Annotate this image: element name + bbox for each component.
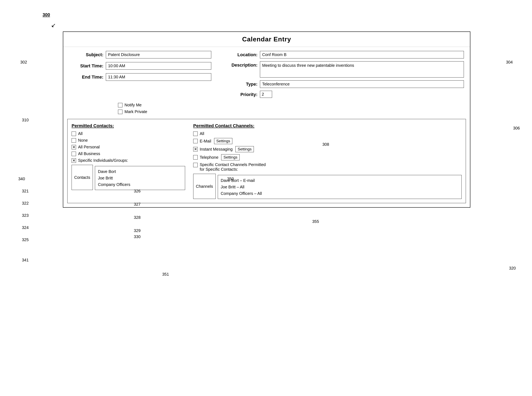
ref-325: 325 — [22, 238, 28, 242]
page-container: 300 ↙ Calendar Entry Subject: Start Time… — [0, 0, 532, 396]
dialog-title: Calendar Entry — [63, 32, 470, 47]
type-row: Type: — [219, 80, 464, 88]
location-label: Location: — [219, 51, 260, 58]
contacts-none-row: None — [72, 138, 185, 143]
channels-im-settings-button[interactable]: Settings — [235, 146, 254, 152]
priority-row: Priority: — [219, 91, 464, 98]
permitted-contacts: Permitted Contacts: All None ✕ All Perso… — [72, 123, 185, 199]
permitted-channels-title: Permitted Contact Channels: — [193, 123, 462, 128]
channels-all-row: All — [193, 131, 462, 136]
channels-im-checkbox[interactable]: ✕ — [193, 147, 198, 151]
contacts-specific-checkbox[interactable]: ✕ — [72, 158, 76, 163]
channels-email-checkbox[interactable] — [193, 139, 198, 143]
location-input[interactable] — [260, 51, 464, 58]
channels-im-row: ✕ Instant Messaging Settings — [193, 146, 462, 152]
notify-me-checkbox[interactable] — [118, 103, 122, 107]
ref-302: 302 — [20, 60, 27, 64]
ref-321: 321 — [22, 189, 28, 193]
contacts-button[interactable]: Contacts — [72, 165, 93, 190]
ref-323: 323 — [22, 213, 28, 218]
priority-input[interactable] — [260, 91, 272, 98]
ref-308: 308 — [322, 142, 329, 147]
contacts-none-checkbox[interactable] — [72, 138, 76, 143]
ref-328: 328 — [134, 215, 141, 220]
ref-355: 355 — [312, 219, 319, 224]
form-left: Subject: Start Time: End Time: — [69, 51, 211, 101]
contacts-specific-row: ✕ Specific Individuals/Groups: — [72, 158, 185, 163]
start-time-input[interactable] — [106, 62, 211, 70]
notify-me-row[interactable]: Notify Me — [118, 103, 147, 107]
channels-specific-checkbox[interactable] — [193, 163, 198, 167]
form-section: Subject: Start Time: End Time: Location: — [63, 47, 470, 103]
subject-row: Subject: — [69, 51, 211, 58]
description-input[interactable]: Meeting to discuss three new patentable … — [260, 61, 464, 77]
ref-330: 330 — [134, 234, 141, 239]
contacts-all-personal-checkbox[interactable]: ✕ — [72, 145, 76, 149]
ref-310: 310 — [22, 118, 28, 122]
notify-me-label: Notify Me — [125, 103, 141, 107]
end-time-label: End Time: — [69, 75, 106, 80]
contacts-none-label: None — [78, 138, 88, 143]
channels-specific-label: Specific Contact Channels Permittedfor S… — [200, 162, 266, 172]
mark-private-label: Mark Private — [125, 109, 147, 114]
contacts-all-business-label: All Business — [78, 151, 100, 156]
ref-322: 322 — [22, 201, 28, 206]
mark-private-row[interactable]: Mark Private — [118, 109, 147, 114]
channels-email-settings-button[interactable]: Settings — [214, 138, 232, 144]
ref-326: 326 — [134, 189, 141, 193]
channels-im-label: Instant Messaging — [200, 147, 232, 152]
mark-private-checkbox[interactable] — [118, 110, 122, 114]
description-label: Description: — [219, 61, 260, 68]
channels-all-label: All — [200, 131, 204, 136]
subject-input[interactable] — [106, 51, 211, 58]
ref-329: 329 — [134, 228, 141, 233]
ref-324: 324 — [22, 225, 28, 230]
ref-320: 320 — [509, 266, 516, 271]
channels-email-label: E-Mail — [200, 139, 211, 144]
type-input[interactable] — [260, 80, 464, 88]
contacts-all-business-row: All Business — [72, 151, 185, 156]
channels-telephone-checkbox[interactable] — [193, 155, 198, 160]
description-row: Description: Meeting to discuss three ne… — [219, 61, 464, 77]
channels-telephone-settings-button[interactable]: Settings — [221, 154, 240, 160]
channels-button[interactable]: Channels — [193, 174, 216, 199]
permitted-contacts-title: Permitted Contacts: — [72, 123, 185, 128]
contacts-all-business-checkbox[interactable] — [72, 152, 76, 156]
ref-351: 351 — [162, 272, 169, 277]
ref-341: 341 — [22, 258, 28, 262]
start-time-label: Start Time: — [69, 63, 106, 69]
contacts-all-row: All — [72, 131, 185, 136]
ref-327: 327 — [134, 202, 141, 207]
figure-ref-300: 300 — [43, 12, 50, 17]
priority-label: Priority: — [219, 91, 260, 97]
end-time-input[interactable] — [106, 73, 211, 81]
channels-list: Dave Bort – E-mail Joe Britt – All Compa… — [218, 175, 462, 199]
contacts-all-personal-label: All Personal — [78, 145, 100, 149]
channels-telephone-row: Telephone Settings — [193, 154, 462, 160]
location-row: Location: — [219, 51, 464, 58]
contacts-specific-label: Specific Individuals/Groups: — [78, 158, 128, 163]
permitted-section: Permitted Contacts: All None ✕ All Perso… — [67, 119, 466, 203]
subject-label: Subject: — [69, 52, 106, 58]
arrow-300-icon: ↙ — [51, 22, 56, 29]
contacts-list: Dave Bort Joe Britt Company Officers — [95, 166, 185, 190]
permitted-channels: Permitted Contact Channels: All E-Mail S… — [193, 123, 462, 199]
form-right: Location: Description: Meeting to discus… — [219, 51, 464, 101]
contacts-all-personal-row: ✕ All Personal — [72, 145, 185, 149]
contacts-all-checkbox[interactable] — [72, 132, 76, 136]
calendar-entry-dialog: Calendar Entry Subject: Start Time: End … — [63, 31, 470, 208]
ref-350: 350 — [227, 177, 234, 181]
channels-specific-row: Specific Contact Channels Permittedfor S… — [193, 162, 462, 172]
contacts-all-label: All — [78, 131, 83, 136]
contacts-list-row: Contacts Dave Bort Joe Britt Company Off… — [72, 165, 185, 190]
ref-304: 304 — [506, 60, 513, 64]
channels-telephone-label: Telephone — [200, 155, 218, 160]
channels-all-checkbox[interactable] — [193, 132, 198, 136]
ref-306: 306 — [513, 126, 520, 130]
end-time-row: End Time: — [69, 73, 211, 81]
ref-340: 340 — [18, 177, 25, 181]
type-label: Type: — [219, 80, 260, 87]
start-time-row: Start Time: — [69, 62, 211, 70]
checkbox-group: Notify Me Mark Private — [118, 103, 147, 114]
